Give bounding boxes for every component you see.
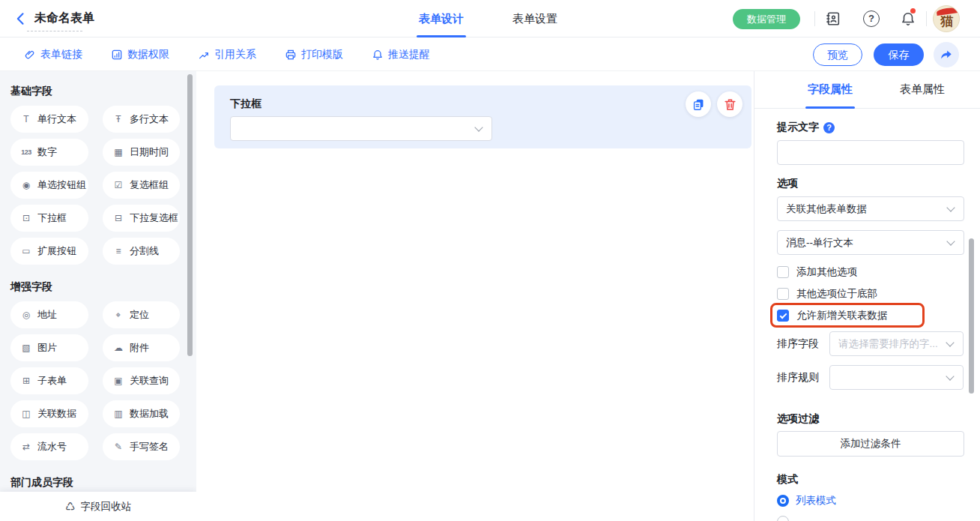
option-source-select[interactable]: 关联其他表单数据 xyxy=(777,196,964,221)
panel-tabs: 字段属性 表单属性 xyxy=(754,71,980,109)
multi-line-text-icon: Ŧ xyxy=(112,114,124,124)
delete-field-button[interactable] xyxy=(717,91,742,117)
section-title-basic-fields: 基础字段 xyxy=(10,85,52,98)
radio-selected[interactable] xyxy=(777,495,789,507)
checkbox-unchecked[interactable] xyxy=(777,288,789,300)
sort-field-select[interactable]: 请选择需要排序的字... xyxy=(829,331,964,356)
field-item-multi-line-text[interactable]: Ŧ多行文本 xyxy=(103,106,180,133)
section-title-dept-member-fields: 部门成员字段 xyxy=(10,476,73,490)
checkbox-unchecked[interactable] xyxy=(777,266,789,278)
field-item-linked-query[interactable]: ▣关联查询 xyxy=(103,367,180,394)
save-button[interactable]: 保存 xyxy=(874,43,924,66)
checkbox-allow-add-linked-data[interactable]: 允许新增关联表数据 xyxy=(777,309,964,322)
dropdown-icon: ⊡ xyxy=(20,213,32,223)
field-item-attachment[interactable]: ☁附件 xyxy=(103,334,180,361)
chevron-down-icon xyxy=(946,237,955,245)
preview-button[interactable]: 预览 xyxy=(813,43,862,66)
sort-rule-row: 排序规则 xyxy=(777,365,964,390)
form-canvas: 下拉框 xyxy=(196,71,754,521)
push-bell-icon xyxy=(372,49,384,61)
sort-field-row: 排序字段 请选择需要排序的字... xyxy=(777,331,964,356)
copy-field-button[interactable] xyxy=(686,91,711,117)
link-icon xyxy=(24,49,36,61)
mode-label: 模式 xyxy=(777,473,964,487)
copy-icon xyxy=(692,97,706,112)
field-item-dropdown-multi[interactable]: ⊟下拉复选框 xyxy=(103,205,180,232)
options-label: 选项 xyxy=(777,177,964,190)
field-item-data-load[interactable]: ▥数据加载 xyxy=(103,400,180,427)
field-item-dropdown[interactable]: ⊡下拉框 xyxy=(10,205,88,232)
chevron-down-icon xyxy=(474,123,483,131)
field-library-sidebar: 基础字段 T单行文本 Ŧ多行文本 123数字 ▦日期时间 ◉单选按钮组 ☑复选框… xyxy=(0,71,196,521)
print-icon xyxy=(285,49,297,61)
sidebar-scrollbar[interactable] xyxy=(187,74,193,356)
sort-field-label: 排序字段 xyxy=(777,337,829,351)
add-filter-condition-button[interactable]: 添加过滤条件 xyxy=(777,431,964,457)
selected-field-dropdown[interactable]: 下拉框 xyxy=(214,85,751,148)
field-item-datetime[interactable]: ▦日期时间 xyxy=(103,139,180,166)
serial-number-icon: ⇄ xyxy=(20,442,32,452)
field-item-image[interactable]: ▧图片 xyxy=(10,334,88,361)
option-filter-label: 选项过滤 xyxy=(777,412,964,426)
field-recycle-bin-button[interactable]: ♺ 字段回收站 xyxy=(0,492,196,521)
data-manage-button[interactable]: 数据管理 xyxy=(733,9,800,29)
data-permission-button[interactable]: 数据权限 xyxy=(111,48,169,61)
user-avatar[interactable]: 猫 xyxy=(933,5,960,32)
radio-next-mode-partial[interactable] xyxy=(777,515,964,521)
print-template-button[interactable]: 打印模版 xyxy=(285,48,343,61)
hint-text-input[interactable] xyxy=(777,140,964,165)
form-designer-app: 未命名表单 表单设计 表单设置 数据管理 ? 猫 表单链接 xyxy=(0,0,980,521)
chevron-left-icon xyxy=(13,11,28,26)
option-field-select[interactable]: 消息--单行文本 xyxy=(777,230,964,255)
radio-unselected[interactable] xyxy=(777,516,789,521)
push-reminder-button[interactable]: 推送提醒 xyxy=(372,48,430,61)
check-mark-icon xyxy=(779,311,787,319)
field-item-subform[interactable]: ⊞子表单 xyxy=(10,367,88,394)
field-item-address[interactable]: ◎地址 xyxy=(10,301,88,328)
checkbox-add-other-option[interactable]: 添加其他选项 xyxy=(777,265,964,279)
form-link-button[interactable]: 表单链接 xyxy=(24,48,82,61)
header-divider xyxy=(814,11,815,26)
field-item-linked-data[interactable]: ◫关联数据 xyxy=(10,400,88,427)
section-title-enhanced-fields: 增强字段 xyxy=(10,280,52,294)
field-item-number[interactable]: 123数字 xyxy=(10,139,88,166)
tab-form-design[interactable]: 表单设计 xyxy=(414,0,468,37)
tab-form-properties[interactable]: 表单属性 xyxy=(886,71,958,109)
share-button[interactable] xyxy=(934,42,959,67)
field-item-checkbox-group[interactable]: ☑复选框组 xyxy=(103,172,180,199)
trash-icon xyxy=(723,97,737,112)
tab-form-settings[interactable]: 表单设置 xyxy=(508,0,562,37)
tab-field-properties[interactable]: 字段属性 xyxy=(794,71,866,109)
linked-data-icon: ◫ xyxy=(20,409,32,419)
panel-scrollbar[interactable] xyxy=(969,238,974,394)
datetime-icon: ▦ xyxy=(112,147,124,157)
back-button[interactable] xyxy=(13,11,30,28)
page-title[interactable]: 未命名表单 xyxy=(34,10,94,26)
hint-text-label: 提示文字 ? xyxy=(777,121,964,134)
field-item-signature[interactable]: ✎手写签名 xyxy=(103,433,180,460)
notification-badge xyxy=(910,8,916,13)
field-item-extend-button[interactable]: ▭扩展按钮 xyxy=(10,238,88,265)
radio-list-mode[interactable]: 列表模式 xyxy=(777,494,964,508)
contacts-book-icon[interactable] xyxy=(825,10,841,27)
header-divider xyxy=(926,11,927,26)
field-item-serial-number[interactable]: ⇄流水号 xyxy=(10,433,88,460)
field-item-locate[interactable]: ⌖定位 xyxy=(103,301,180,328)
image-icon: ▧ xyxy=(20,343,32,353)
chevron-down-icon xyxy=(946,372,954,380)
location-pin-icon: ◎ xyxy=(20,310,32,320)
linked-query-icon: ▣ xyxy=(112,376,124,386)
field-item-single-line-text[interactable]: T单行文本 xyxy=(10,106,88,133)
checkbox-other-option-bottom[interactable]: 其他选项位于底部 xyxy=(777,287,964,301)
sort-rule-select[interactable] xyxy=(829,365,964,390)
field-item-divider[interactable]: ≡分割线 xyxy=(103,238,180,265)
checkbox-checked[interactable] xyxy=(777,310,789,322)
hint-help-icon[interactable]: ? xyxy=(823,122,835,133)
avatar-cat-glyph: 猫 xyxy=(934,13,960,30)
field-label: 下拉框 xyxy=(230,97,261,111)
dropdown-field-select[interactable] xyxy=(230,116,492,141)
help-icon[interactable]: ? xyxy=(863,10,880,27)
reference-relation-button[interactable]: 引用关系 xyxy=(198,48,256,61)
field-item-radio-group[interactable]: ◉单选按钮组 xyxy=(10,172,88,199)
chevron-down-icon xyxy=(946,338,954,346)
